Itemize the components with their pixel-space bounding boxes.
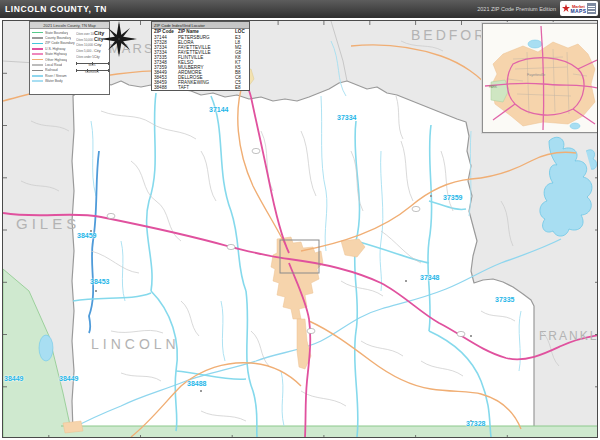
- legend-swatch: [32, 37, 43, 39]
- logo-text: Market MAPS: [570, 5, 586, 13]
- fayetteville-inset-map: PARK Fayetteville: [482, 23, 598, 133]
- legend-swatch: [32, 59, 43, 61]
- zip-label-38449: 38449: [59, 375, 78, 382]
- scale-bar-miles: Miles: [76, 63, 108, 68]
- legend-line-items: State Boundary County Boundary ZIP Code …: [30, 29, 76, 84]
- logo-badge-icon: [587, 3, 596, 14]
- page-title: LINCOLN COUNTY, TN: [5, 4, 107, 14]
- zip-label-37334: 37334: [337, 114, 356, 121]
- inset-city-label: Fayetteville: [527, 73, 545, 77]
- inset-map-art: [483, 24, 598, 132]
- edition-label: 2021 ZIP Code Premium Edition: [477, 6, 556, 12]
- legend-swatch: [32, 43, 43, 45]
- inset-park-label: PARK: [489, 86, 497, 89]
- legend-swatch: [32, 53, 43, 55]
- compass-rose-icon: [101, 21, 137, 57]
- title-bar: LINCOLN COUNTY, TN 2021 ZIP Code Premium…: [0, 0, 600, 18]
- legend-swatch: [32, 64, 43, 66]
- marketmaps-logo: Market MAPS: [560, 1, 598, 16]
- zip-label-38459: 38459: [77, 232, 96, 239]
- zip-label-37359: 37359: [443, 194, 462, 201]
- zip-label-38453: 38453: [90, 278, 109, 285]
- map-document: LINCOLN COUNTY, TN 2021 ZIP Code Premium…: [0, 0, 600, 440]
- legend-swatch: [32, 75, 43, 77]
- map-legend: 2021 Lincoln County, TN Map State Bounda…: [29, 21, 110, 95]
- zip-code-index-table: ZIP Code Index/Grid Locator ZIP Code ZIP…: [151, 21, 250, 91]
- legend-swatch: [32, 70, 43, 72]
- legend-title: 2021 Lincoln County, TN Map: [30, 22, 109, 29]
- legend-swatch: [32, 48, 43, 50]
- scale-bar-kilometers: Kilometers: [76, 70, 108, 75]
- zip-label-37144: 37144: [209, 106, 228, 113]
- zip-table-title: ZIP Code Index/Grid Locator: [152, 22, 249, 29]
- map-canvas: MARSHALL BEDFORD GILES LINCOLN FRANKLIN …: [2, 20, 598, 438]
- zip-label-37348: 37348: [420, 274, 439, 281]
- county-label-giles: GILES: [16, 215, 80, 232]
- zip-label-37335: 37335: [495, 296, 514, 303]
- county-label-franklin: FRANKLIN: [539, 329, 598, 343]
- zip-label-38488: 38488: [187, 380, 206, 387]
- legend-swatch: [32, 80, 43, 82]
- zip-label-37328: 37328: [466, 420, 485, 427]
- table-row: 38488TAFTE8: [152, 85, 249, 90]
- logo-star-icon: [562, 4, 570, 14]
- legend-swatch: [32, 32, 43, 34]
- county-label-lincoln: LINCOLN: [91, 336, 180, 352]
- zip-label-38449-west: 38449: [4, 375, 23, 382]
